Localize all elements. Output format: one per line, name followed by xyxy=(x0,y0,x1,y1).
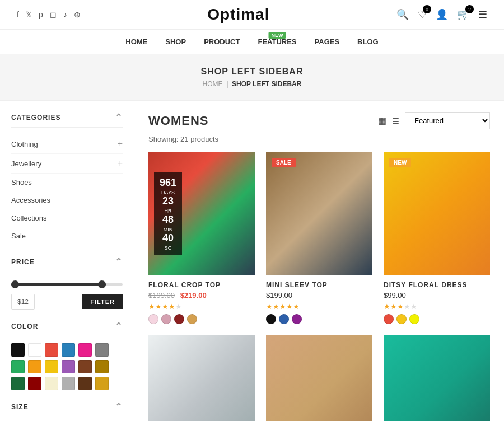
color-darkgreen[interactable] xyxy=(11,377,25,390)
color-blue[interactable] xyxy=(62,343,75,357)
color-option[interactable] xyxy=(279,314,289,324)
price-old-1: $199.00 xyxy=(148,291,175,300)
color-option[interactable] xyxy=(292,314,302,324)
color-black[interactable] xyxy=(11,343,25,357)
color-toggle[interactable]: ⌃ xyxy=(115,321,123,331)
search-button[interactable]: 🔍 xyxy=(396,8,409,21)
category-jewellery-label: Jewellery xyxy=(11,160,41,168)
category-collections[interactable]: Collections xyxy=(11,209,123,227)
nav-shop[interactable]: SHOP xyxy=(165,38,186,46)
price-header: PRICE ⌃ xyxy=(11,256,123,272)
list-view-icon[interactable]: ≣ xyxy=(392,115,399,126)
menu-button[interactable]: ☰ xyxy=(478,8,487,21)
clothing-expand-icon[interactable]: + xyxy=(118,139,123,149)
social-icons: f 𝕏 p ◻ ♪ ⊕ xyxy=(17,10,81,19)
color-option[interactable] xyxy=(174,314,184,324)
product-img-wrap-3: NEW xyxy=(384,152,490,275)
price-section: PRICE ⌃ $12 FILTER xyxy=(11,256,123,310)
color-darkred[interactable] xyxy=(28,377,41,390)
whatsapp-icon[interactable]: ⊕ xyxy=(74,10,81,19)
range-track xyxy=(11,283,123,286)
product-image-3 xyxy=(384,152,490,275)
price-inputs: $12 FILTER xyxy=(11,294,123,310)
color-red[interactable] xyxy=(45,343,58,357)
color-pink[interactable] xyxy=(78,343,92,357)
product-colors-1 xyxy=(148,314,255,324)
color-chocolate[interactable] xyxy=(78,377,92,390)
facebook-icon[interactable]: f xyxy=(17,10,19,19)
color-gray[interactable] xyxy=(95,343,109,357)
color-cream[interactable] xyxy=(45,377,58,390)
twitter-icon[interactable]: 𝕏 xyxy=(26,10,32,19)
countdown-days: 961 xyxy=(160,177,176,189)
nav-blog[interactable]: BLOG xyxy=(357,38,379,46)
range-fill xyxy=(11,283,106,286)
countdown-hr: 23 xyxy=(160,195,176,207)
nav-pages[interactable]: PAGES xyxy=(315,38,340,46)
nav-features[interactable]: NEW FEATURES xyxy=(258,38,296,46)
grid-view-icon[interactable]: ▦ xyxy=(378,115,386,126)
product-colors-2 xyxy=(266,314,372,324)
main-nav: HOME SHOP PRODUCT NEW FEATURES PAGES BLO… xyxy=(0,30,504,54)
product-colors-3 xyxy=(384,314,490,324)
categories-toggle[interactable]: ⌃ xyxy=(115,112,123,123)
showing-count: Showing: 21 products xyxy=(148,135,490,143)
tiktok-icon[interactable]: ♪ xyxy=(63,10,67,19)
product-stars-2: ★★★★★ xyxy=(266,302,372,311)
site-logo[interactable]: Optimal xyxy=(207,6,269,24)
color-silver[interactable] xyxy=(62,377,75,390)
account-button[interactable]: 👤 xyxy=(436,8,448,21)
color-orange[interactable] xyxy=(28,360,41,373)
product-card-2[interactable]: SALE MINI SLEEV TOP $199.00 ★★★★★ xyxy=(266,152,372,324)
product-grid: 961 DAYS 23 HR 48 MIN 40 SC FLORAL CROP … xyxy=(148,152,490,421)
sort-select[interactable]: Featured Price: Low to High Price: High … xyxy=(405,112,490,129)
range-thumb-right[interactable] xyxy=(98,280,106,288)
color-purple[interactable] xyxy=(62,360,75,373)
color-option[interactable] xyxy=(187,314,197,324)
category-sale[interactable]: Sale xyxy=(11,227,123,245)
product-img-wrap-5 xyxy=(266,335,372,421)
category-clothing[interactable]: Clothing + xyxy=(11,134,123,154)
product-card-5[interactable]: CASUAL SUMMER TOP $89.00 ★★★★★ xyxy=(266,335,372,421)
product-card-1[interactable]: 961 DAYS 23 HR 48 MIN 40 SC FLORAL CROP … xyxy=(148,152,255,324)
nav-home[interactable]: HOME xyxy=(125,38,147,46)
category-shoes[interactable]: Shoes xyxy=(11,174,123,191)
color-brown[interactable] xyxy=(78,360,92,373)
price-toggle[interactable]: ⌃ xyxy=(115,256,123,267)
color-option[interactable] xyxy=(384,314,394,324)
wishlist-button[interactable]: ♡ 0 xyxy=(418,8,427,21)
countdown-days-label: DAYS xyxy=(161,190,175,195)
color-option[interactable] xyxy=(396,314,407,324)
color-green[interactable] xyxy=(11,360,25,373)
color-option[interactable] xyxy=(148,314,158,324)
view-sort-controls: ▦ ≣ Featured Price: Low to High Price: H… xyxy=(378,112,490,129)
hero-title: SHOP LEFT SIDEBAR xyxy=(0,67,504,77)
product-card-3[interactable]: NEW DITSY FLORAL DRESS $99.00 ★★★★★ xyxy=(384,152,490,324)
sidebar: CATEGORIES ⌃ Clothing + Jewellery + Shoe… xyxy=(0,101,134,421)
product-card-4[interactable]: SOLD OUT WHITE LACE DRESS $129.00 ★★★★★ xyxy=(148,335,255,421)
nav-product[interactable]: PRODUCT xyxy=(204,38,240,46)
product-img-wrap-2: SALE xyxy=(266,152,372,275)
range-thumb-left[interactable] xyxy=(11,280,19,288)
instagram-icon[interactable]: ◻ xyxy=(50,10,57,19)
size-toggle[interactable]: ⌃ xyxy=(115,401,123,412)
price-range-slider: $12 FILTER xyxy=(11,283,123,310)
color-yellow[interactable] xyxy=(45,360,58,373)
color-gold[interactable] xyxy=(95,360,109,373)
category-accessories[interactable]: Accessories xyxy=(11,191,123,209)
breadcrumb-home[interactable]: HOME xyxy=(203,80,223,88)
product-image-6 xyxy=(384,335,490,421)
countdown-sc-label: SC xyxy=(165,245,172,251)
cart-button[interactable]: 🛒 2 xyxy=(457,8,469,21)
color-option[interactable] xyxy=(161,314,171,324)
filter-button[interactable]: FILTER xyxy=(82,294,123,309)
product-card-6[interactable]: TEAL SLEEVELESS DRESS $109.00 ★★★★★ xyxy=(384,335,490,421)
color-tan[interactable] xyxy=(95,377,109,390)
color-option[interactable] xyxy=(266,314,276,324)
jewellery-expand-icon[interactable]: + xyxy=(118,158,123,169)
color-option[interactable] xyxy=(409,314,419,324)
category-jewellery[interactable]: Jewellery + xyxy=(11,154,123,174)
product-prices-3: $99.00 xyxy=(384,291,490,300)
pinterest-icon[interactable]: p xyxy=(39,10,43,19)
color-white[interactable] xyxy=(28,343,41,357)
